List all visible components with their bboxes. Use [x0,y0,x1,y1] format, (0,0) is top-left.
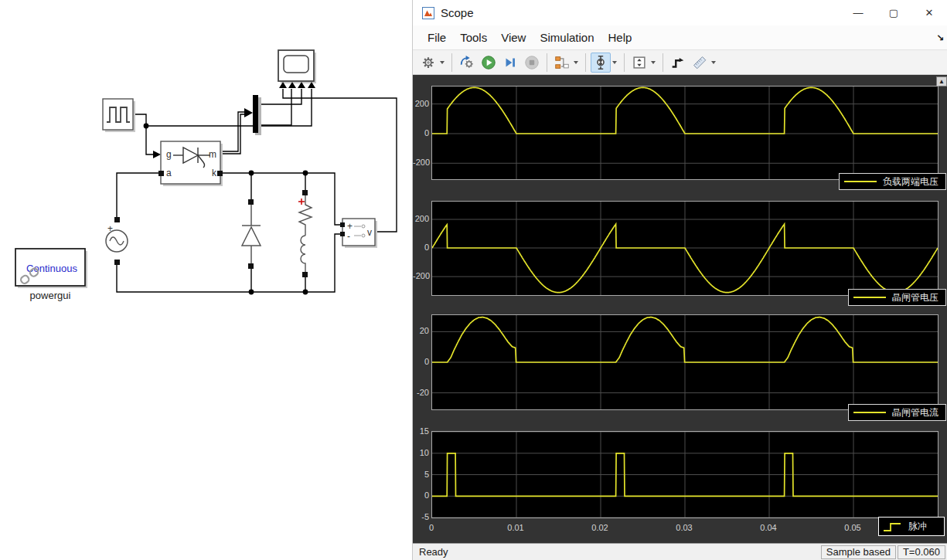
status-text: Ready [413,546,448,558]
y-limits-icon[interactable] [629,53,649,73]
scope-window: Scope — ▢ ✕ File Tools View Simulation H… [412,0,947,560]
wire-voltmeter-to-scope[interactable] [283,89,397,232]
load-bottom-port [302,272,308,277]
simulink-model-canvas: g a m k [0,0,412,560]
minimize-button[interactable]: — [840,0,876,25]
powergui-block[interactable]: Continuous powergui [15,249,87,301]
wire-pulse-to-scope[interactable] [146,89,312,126]
signal-selector-icon-dropdown[interactable] [574,61,578,64]
thyristor-port-label-g: g [166,149,172,160]
powergui-name-label: powergui [30,290,71,301]
menu-help[interactable]: Help [601,28,639,47]
wire-demux-out1[interactable] [258,89,301,104]
legend-subplot-1[interactable]: 负载两端电压 [839,173,946,190]
source-top-port [114,217,120,222]
voltage-measurement-block[interactable]: + - v [340,219,377,248]
legend-label: 晶闸管电流 [892,406,938,419]
subplot-2-axes [431,201,938,296]
diode-block[interactable] [242,199,261,269]
highlight-model-icon[interactable] [457,53,477,73]
y-tick-label: -20 [413,388,429,398]
trigger-icon[interactable] [668,53,688,73]
menu-file[interactable]: File [421,28,453,47]
legend-line-sample [852,291,887,304]
menubar: File Tools View Simulation Help ↘ [413,25,947,49]
thyristor-block[interactable]: g a m k [158,141,223,186]
y-tick-label: 200 [413,99,429,109]
toolbar-separator [585,53,586,72]
ac-voltage-source-block[interactable]: + [106,217,128,265]
thyristor-port-label-m: m [209,149,216,160]
scope-block[interactable] [278,50,316,88]
wire-bottom-rail[interactable] [117,234,342,292]
close-button[interactable]: ✕ [911,0,947,25]
titlebar[interactable]: Scope — ▢ ✕ [413,0,947,25]
maximize-button[interactable]: ▢ [876,0,911,25]
settings-gear-icon-dropdown[interactable] [440,61,445,64]
y-tick-label: 0 [413,243,429,253]
legend-subplot-3[interactable]: 晶闸管电流 [848,404,946,421]
gate-arrowhead [153,151,161,158]
x-tick-label: 0.03 [669,523,700,533]
wire-junctions [144,108,308,294]
load-polarity-plus [298,199,305,205]
toolbar-separator [547,53,547,72]
rl-load-block[interactable] [298,190,312,277]
statusbar: Ready Sample based T=0.060 [413,543,947,560]
measurements-icon-dropdown[interactable] [711,61,716,64]
y-tick-label: 5 [413,470,429,480]
y-tick-label: 0 [413,128,429,138]
port-a [158,171,164,176]
subplot-4-axes [431,431,938,518]
wire-pulse-to-gate[interactable] [133,114,153,154]
subplot-3-axes [431,314,938,410]
menu-tools[interactable]: Tools [453,28,494,47]
demux-block[interactable] [253,95,261,135]
port-k [217,171,223,176]
y-tick-label: 15 [413,426,429,436]
scope-plot-panel: ▲ 2000-200负载两端电压2000-200晶闸管电压200-20晶闸管电流… [413,75,947,543]
toolbar-separator [663,53,663,72]
y-limits-icon-dropdown[interactable] [651,61,656,64]
voltmeter-label: v [367,227,372,238]
load-top-port [302,190,308,195]
voltmeter-minus-label: - [347,231,350,242]
y-tick-label: -200 [413,271,429,281]
menu-view[interactable]: View [494,28,533,47]
legend-step-sample [882,521,904,533]
wire-m-1[interactable] [221,112,245,151]
legend-subplot-4[interactable]: 脉冲 [878,517,945,536]
overflow-arrow-icon[interactable]: ↘ [936,32,944,43]
wire-m-2[interactable] [221,114,245,154]
x-tick-label: 0.05 [837,523,868,533]
step-forward-icon[interactable] [500,53,520,73]
screenshot-root: g a m k [0,0,947,560]
pulse-generator-block[interactable] [103,99,135,132]
measurements-icon[interactable] [690,53,710,73]
toolbar-separator [451,53,452,72]
wire-anode[interactable] [117,173,161,217]
wire-top-rail[interactable] [220,173,342,225]
source-plus-label: + [107,223,113,234]
legend-subplot-2[interactable]: 晶闸管电压 [848,289,946,306]
menu-simulation[interactable]: Simulation [533,28,601,47]
y-tick-label: 0 [413,490,429,501]
settings-gear-icon[interactable] [418,53,438,73]
sim-time-badge: T=0.060 [898,545,945,559]
diode-bottom-port [248,263,254,269]
x-tick-label: 0.04 [753,523,784,533]
signal-selector-icon[interactable] [552,53,572,73]
y-tick-label: 20 [413,326,429,336]
scale-axes-icon-dropdown[interactable] [612,61,617,64]
toolbar [413,49,947,75]
source-bottom-port [114,260,120,265]
voltmeter-plus-label: + [347,221,353,232]
thyristor-port-label-a: a [166,168,172,178]
legend-line-sample [852,406,887,419]
scale-axes-icon[interactable] [591,53,611,73]
sample-mode-badge: Sample based [821,545,896,559]
gridlines [432,432,938,518]
window-title: Scope [441,6,474,19]
run-icon[interactable] [479,53,499,73]
wire-demux-out2[interactable] [258,89,291,125]
